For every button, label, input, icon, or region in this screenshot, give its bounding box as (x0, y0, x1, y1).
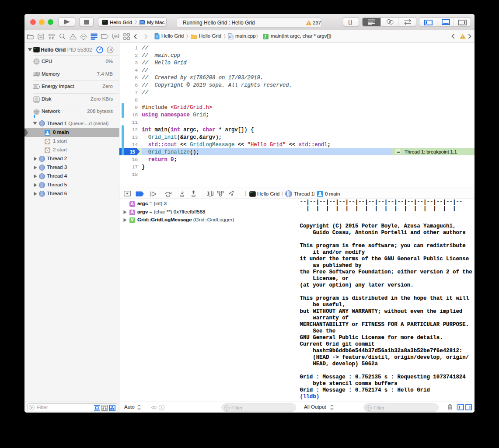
svg-text:G+: G+ (229, 35, 233, 38)
